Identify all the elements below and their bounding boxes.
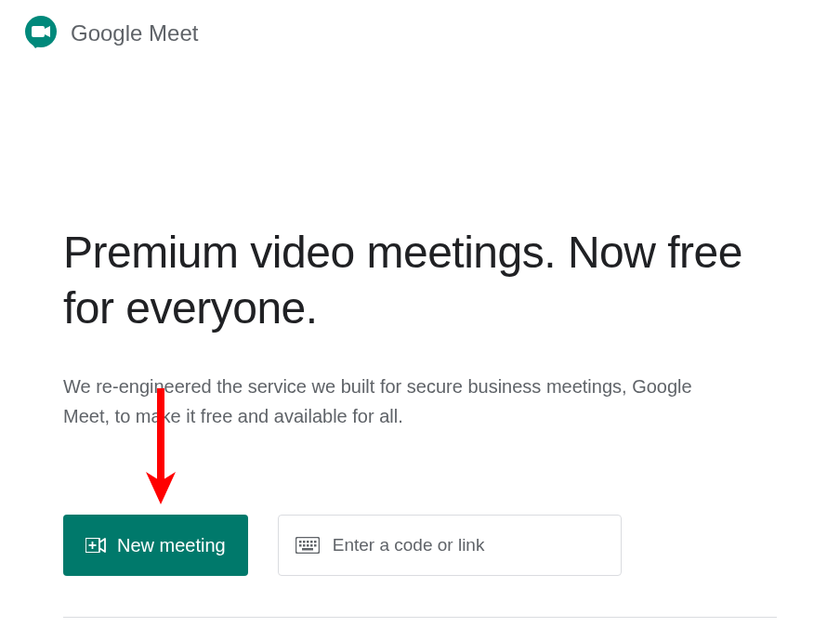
svg-rect-6 xyxy=(299,541,302,543)
main-content: Premium video meetings. Now free for eve… xyxy=(0,67,840,576)
video-plus-icon xyxy=(85,538,106,553)
logo-text-meet: Meet xyxy=(142,20,198,46)
svg-rect-15 xyxy=(314,544,317,547)
svg-rect-8 xyxy=(307,541,309,543)
meet-logo-icon xyxy=(22,15,59,52)
code-input-wrapper[interactable] xyxy=(278,515,622,576)
logo-text: Google Meet xyxy=(71,20,198,46)
svg-rect-13 xyxy=(307,544,309,547)
action-row: New meeting xyxy=(63,515,777,576)
page-headline: Premium video meetings. Now free for eve… xyxy=(63,225,777,336)
svg-rect-9 xyxy=(310,541,313,543)
code-input[interactable] xyxy=(333,535,604,555)
svg-rect-14 xyxy=(310,544,313,547)
svg-rect-7 xyxy=(303,541,306,543)
svg-rect-1 xyxy=(32,26,45,37)
page-subtext: We re-engineered the service we built fo… xyxy=(63,372,714,431)
new-meeting-label: New meeting xyxy=(117,535,226,556)
svg-rect-10 xyxy=(314,541,317,543)
logo-text-google: Google xyxy=(71,20,142,46)
divider xyxy=(63,617,777,618)
new-meeting-button[interactable]: New meeting xyxy=(63,515,248,576)
svg-rect-12 xyxy=(303,544,306,547)
svg-rect-16 xyxy=(302,548,313,551)
header: Google Meet xyxy=(0,0,840,67)
svg-rect-11 xyxy=(299,544,302,547)
keyboard-icon xyxy=(295,537,320,554)
